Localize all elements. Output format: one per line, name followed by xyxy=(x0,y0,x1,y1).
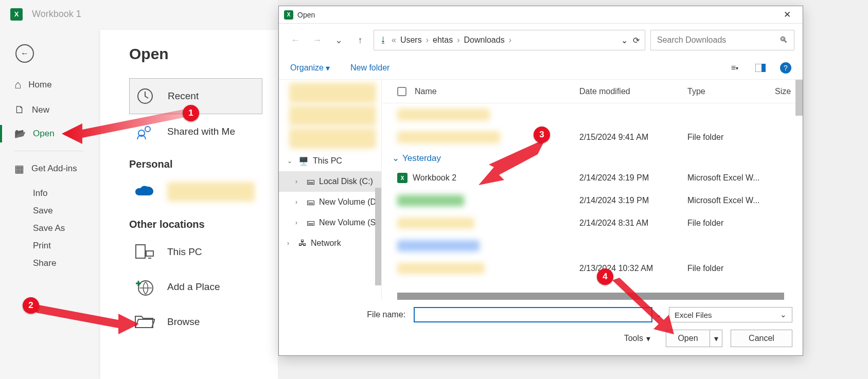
tree-volume-s[interactable]: ›🖴New Volume (S xyxy=(279,212,381,233)
tree-blurred-item xyxy=(289,105,376,126)
tree-blurred-item xyxy=(289,128,376,149)
home-icon xyxy=(14,78,21,92)
excel-dialog-icon: X xyxy=(284,10,293,20)
disk-icon: 🖴 xyxy=(307,218,315,227)
col-name[interactable]: Name xyxy=(415,87,579,96)
horizontal-scrollbar[interactable] xyxy=(397,293,784,300)
help-button[interactable]: ? xyxy=(780,62,791,74)
tree-scrollbar[interactable] xyxy=(375,188,381,285)
nav-home[interactable]: Home xyxy=(0,72,98,98)
annotation-marker-2: 2 xyxy=(23,297,39,314)
nav-print[interactable]: Print xyxy=(0,241,98,251)
address-bar[interactable]: ⭳ « Users › ehtas › Downloads › ⌄ ⟳ xyxy=(374,30,645,50)
svg-rect-3 xyxy=(136,245,145,258)
open-add-place[interactable]: Add a Place xyxy=(129,269,262,304)
file-row-blurred[interactable] xyxy=(382,103,803,126)
file-row[interactable]: 2/14/2024 8:31 AM File folder xyxy=(382,212,803,234)
refresh-button[interactable]: ⟳ xyxy=(633,35,640,45)
file-row-blurred[interactable] xyxy=(382,234,803,257)
addins-icon xyxy=(14,163,24,175)
nav-share[interactable]: Share xyxy=(0,258,98,268)
close-button[interactable]: ✕ xyxy=(777,7,798,23)
chevron-right-icon: › xyxy=(426,35,429,45)
address-dropdown-icon[interactable]: ⌄ xyxy=(621,35,628,45)
svg-rect-4 xyxy=(146,251,153,256)
file-row[interactable]: 2/13/2024 10:32 AM File folder xyxy=(382,257,803,280)
expand-icon[interactable]: ⌄ xyxy=(287,157,294,165)
open-onedrive[interactable] xyxy=(129,174,262,209)
svg-rect-8 xyxy=(761,64,766,72)
vertical-scrollbar[interactable] xyxy=(795,80,803,116)
tree-local-disk-label: Local Disk (C:) xyxy=(319,177,373,186)
nav-save[interactable]: Save xyxy=(0,206,98,216)
nav-save-as[interactable]: Save As xyxy=(0,223,98,233)
nav-back-button[interactable]: ← xyxy=(287,32,304,48)
preview-pane-button[interactable] xyxy=(754,62,767,74)
nav-info[interactable]: Info xyxy=(0,188,98,198)
expand-icon[interactable]: › xyxy=(295,178,303,185)
file-date: 2/14/2024 8:31 AM xyxy=(579,219,687,228)
crumb-overflow[interactable]: « xyxy=(392,35,396,45)
select-all-checkbox[interactable] xyxy=(397,87,406,96)
blurred-filename xyxy=(397,263,485,274)
network-icon: 🖧 xyxy=(298,239,307,248)
file-row-workbook2[interactable]: XWorkbook 2 2/14/2024 3:19 PM Microsoft … xyxy=(382,167,803,189)
blurred-filename xyxy=(397,195,464,206)
filename-label: File name: xyxy=(289,310,409,319)
tree-volume-d[interactable]: ›🖴New Volume (D xyxy=(279,192,381,212)
chevron-down-icon: ▾ xyxy=(326,63,330,73)
organize-menu[interactable]: Organize▾ xyxy=(290,63,330,73)
file-list-header: Name Date modified Type Size xyxy=(382,80,803,103)
nav-up-button[interactable]: ↑ xyxy=(352,32,368,48)
expand-icon[interactable]: › xyxy=(287,240,294,247)
expand-icon[interactable]: › xyxy=(295,219,303,226)
disk-icon: 🖴 xyxy=(307,197,315,207)
disk-icon: 🖴 xyxy=(307,177,315,186)
file-row[interactable]: 2/15/2024 9:41 AM File folder xyxy=(382,126,803,149)
tree-this-pc[interactable]: ⌄🖥️This PC xyxy=(279,151,381,171)
nav-recent-dropdown[interactable]: ⌄ xyxy=(330,32,347,48)
open-dropdown[interactable]: ▾ xyxy=(710,330,722,347)
dialog-toolbar: Organize▾ New folder ≡ ▾ ? xyxy=(279,57,803,79)
back-arrow-icon: ← xyxy=(21,49,29,58)
open-this-pc[interactable]: This PC xyxy=(129,234,262,269)
col-date[interactable]: Date modified xyxy=(579,87,687,96)
crumb-ehtas[interactable]: ehtas xyxy=(433,35,453,45)
cancel-button[interactable]: Cancel xyxy=(731,330,792,347)
chevron-right-icon: › xyxy=(457,35,459,45)
onedrive-blurred xyxy=(167,182,255,202)
col-type[interactable]: Type xyxy=(687,87,775,96)
view-options-button[interactable]: ≡ ▾ xyxy=(729,62,741,74)
nav-forward-button[interactable]: → xyxy=(309,32,325,48)
cancel-button-label: Cancel xyxy=(749,334,774,343)
crumb-users[interactable]: Users xyxy=(400,35,422,45)
nav-addins[interactable]: Get Add-ins xyxy=(0,156,98,181)
tree-local-disk[interactable]: ›🖴Local Disk (C:) xyxy=(279,171,381,192)
file-type-filter[interactable]: Excel Files ⌄ xyxy=(669,307,792,322)
file-row[interactable]: 2/14/2024 3:19 PM Microsoft Excel W... xyxy=(382,189,803,212)
back-button[interactable]: ← xyxy=(15,44,34,63)
file-type: Microsoft Excel W... xyxy=(687,173,775,183)
tree-network-label: Network xyxy=(311,239,341,248)
open-add-place-label: Add a Place xyxy=(167,281,220,293)
new-folder-button[interactable]: New folder xyxy=(350,63,389,73)
expand-icon[interactable]: › xyxy=(295,198,303,206)
dialog-nav-row: ← → ⌄ ↑ ⭳ « Users › ehtas › Downloads › … xyxy=(279,24,803,57)
search-box[interactable]: 🔍︎ xyxy=(650,30,794,50)
crumb-downloads[interactable]: Downloads xyxy=(464,35,504,45)
open-browse[interactable]: Browse xyxy=(129,304,262,339)
folder-tree[interactable]: ⌄🖥️This PC ›🖴Local Disk (C:) ›🖴New Volum… xyxy=(279,80,382,300)
search-input[interactable] xyxy=(657,35,765,45)
search-icon[interactable]: 🔍︎ xyxy=(780,35,788,45)
nav-addins-label: Get Add-ins xyxy=(31,164,77,174)
file-date: 2/14/2024 3:19 PM xyxy=(579,173,687,183)
folder-open-icon xyxy=(14,128,26,139)
tree-network[interactable]: ›🖧Network xyxy=(279,233,381,254)
group-yesterday[interactable]: ⌄Yesterday xyxy=(382,149,803,167)
tree-blurred-item xyxy=(289,83,376,103)
annotation-arrow-4 xyxy=(612,278,679,339)
file-list: Name Date modified Type Size 2/15/2024 9… xyxy=(382,80,803,300)
annotation-marker-1: 1 xyxy=(183,105,199,121)
svg-marker-12 xyxy=(612,278,674,334)
open-title: Open xyxy=(129,45,262,63)
